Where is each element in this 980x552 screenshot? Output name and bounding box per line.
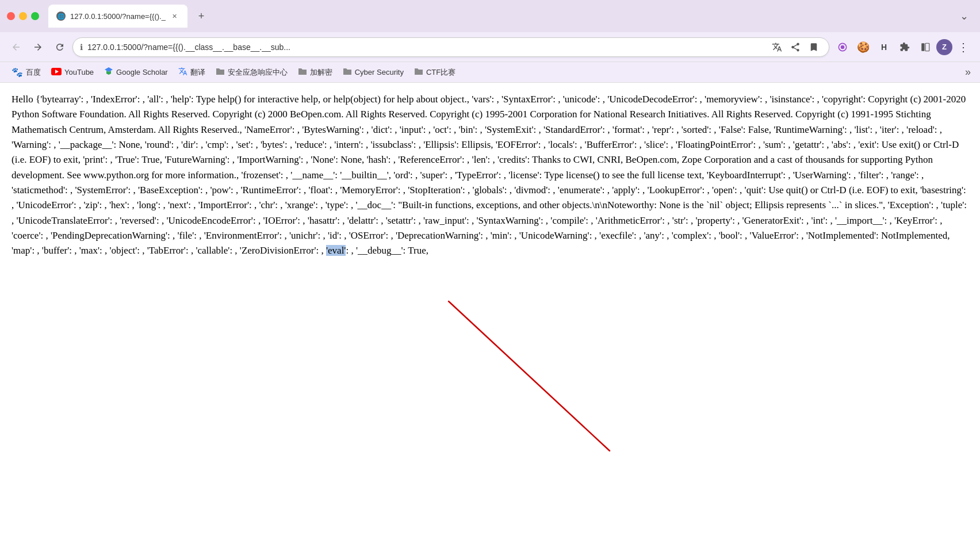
orbit-button[interactable] [833, 37, 852, 57]
page-text: Hello {'bytearray': , 'IndexError': , 'a… [12, 92, 968, 259]
bookmark-google-scholar-label: Google Scholar [116, 68, 168, 76]
svg-point-1 [841, 45, 844, 48]
minimize-button[interactable] [19, 12, 27, 20]
security-center-folder-icon [216, 67, 225, 77]
bookmark-crypto[interactable]: 加解密 [293, 65, 337, 80]
cookie-button[interactable]: 🍪 [853, 37, 873, 57]
forward-button[interactable] [29, 38, 47, 56]
bookmark-youtube[interactable]: YouTube [47, 65, 98, 80]
url-display: 127.0.0.1:5000/?name={{().__class__.__ba… [87, 43, 764, 52]
security-icon: ℹ [80, 43, 83, 52]
bookmark-cyber-security-label: Cyber Security [355, 68, 404, 76]
tab-title: 127.0.0.1:5000/?name={{()._ [70, 12, 166, 21]
bookmark-security-center[interactable]: 安全应急响应中心 [211, 65, 292, 80]
menu-button[interactable]: ⋮ [954, 37, 973, 57]
baidu-icon: 🐾 [12, 67, 23, 78]
bookmark-google-scholar[interactable]: Google Scholar [99, 65, 173, 80]
bookmark-youtube-label: YouTube [64, 68, 94, 76]
new-tab-button[interactable]: + [192, 7, 210, 25]
share-button[interactable] [787, 39, 803, 55]
traffic-lights [7, 12, 39, 20]
bookmark-button[interactable] [806, 39, 822, 55]
bookmark-translate[interactable]: 翻译 [174, 65, 210, 80]
main-content: Hello {'bytearray': , 'IndexError': , 'a… [0, 83, 980, 552]
crypto-folder-icon [298, 67, 307, 77]
svg-rect-2 [921, 43, 924, 51]
bookmark-baidu-label: 百度 [26, 67, 41, 78]
titlebar: 🌐 127.0.0.1:5000/?name={{()._ ✕ + ⌄ [0, 0, 980, 32]
active-tab[interactable]: 🌐 127.0.0.1:5000/?name={{()._ ✕ [48, 5, 187, 28]
cyber-security-folder-icon [343, 67, 352, 77]
profile-button[interactable]: Z [936, 39, 952, 55]
sidebar-toggle-button[interactable] [916, 37, 935, 57]
translate-page-button[interactable] [769, 39, 785, 55]
svg-rect-3 [925, 43, 929, 51]
tab-favicon: 🌐 [56, 12, 66, 21]
highlighted-eval: 'eval' [326, 245, 346, 256]
maximize-button[interactable] [31, 12, 39, 20]
back-button[interactable] [7, 38, 25, 56]
address-bar[interactable]: ℹ 127.0.0.1:5000/?name={{().__class__.__… [72, 37, 829, 57]
bookmark-ctf[interactable]: CTF比赛 [409, 65, 460, 80]
bookmark-cyber-security[interactable]: Cyber Security [338, 65, 408, 80]
browser-actions: 🍪 H Z ⋮ [833, 37, 973, 57]
svg-line-8 [449, 301, 610, 451]
close-button[interactable] [7, 12, 15, 20]
bookmark-security-center-label: 安全应急响应中心 [228, 67, 288, 78]
tab-overflow-button[interactable]: ⌄ [955, 7, 973, 25]
address-actions [769, 39, 822, 55]
google-scholar-icon [104, 67, 113, 78]
navbar: ℹ 127.0.0.1:5000/?name={{().__class__.__… [0, 32, 980, 62]
bookmarks-bar: 🐾 百度 YouTube Google Scholar 翻译 安全应急响应中心 … [0, 62, 980, 83]
bookmark-crypto-label: 加解密 [310, 67, 332, 78]
bookmark-baidu[interactable]: 🐾 百度 [7, 65, 45, 80]
youtube-icon [51, 68, 62, 77]
bookmark-ctf-label: CTF比赛 [426, 67, 455, 78]
puzzle-button[interactable] [895, 37, 914, 57]
svg-marker-6 [105, 67, 113, 72]
reload-button[interactable] [51, 38, 69, 56]
tab-close-button[interactable]: ✕ [170, 12, 179, 21]
bookmark-translate-label: 翻译 [190, 67, 205, 78]
bookmarks-more-button[interactable]: » [963, 66, 973, 78]
translate-icon [178, 67, 187, 78]
h-extension-button[interactable]: H [874, 37, 894, 57]
ctf-folder-icon [414, 67, 423, 77]
